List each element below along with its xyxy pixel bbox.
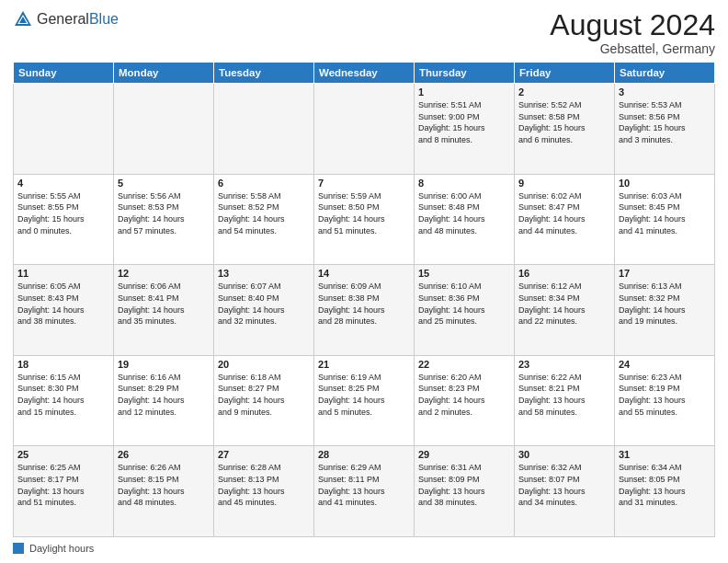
week-row-3: 11Sunrise: 6:05 AMSunset: 8:43 PMDayligh… <box>14 265 715 356</box>
day-number: 9 <box>518 178 610 189</box>
day-number: 4 <box>17 178 109 189</box>
cell-week5-day5: 30Sunrise: 6:32 AMSunset: 8:07 PMDayligh… <box>515 446 615 537</box>
cell-week3-day0: 11Sunrise: 6:05 AMSunset: 8:43 PMDayligh… <box>14 265 114 356</box>
cell-week2-day4: 8Sunrise: 6:00 AMSunset: 8:48 PMDaylight… <box>415 174 515 265</box>
cell-week5-day3: 28Sunrise: 6:29 AMSunset: 8:11 PMDayligh… <box>314 446 415 537</box>
calendar-header-row: SundayMondayTuesdayWednesdayThursdayFrid… <box>14 63 715 84</box>
day-number: 25 <box>17 449 109 460</box>
cell-week4-day4: 22Sunrise: 6:20 AMSunset: 8:23 PMDayligh… <box>415 355 515 446</box>
day-info: Sunrise: 6:18 AMSunset: 8:27 PMDaylight:… <box>218 372 310 418</box>
day-number: 10 <box>619 178 711 189</box>
header-day-sunday: Sunday <box>14 63 114 84</box>
day-info: Sunrise: 6:23 AMSunset: 8:19 PMDaylight:… <box>619 372 711 418</box>
cell-week2-day1: 5Sunrise: 5:56 AMSunset: 8:53 PMDaylight… <box>114 174 214 265</box>
day-number: 3 <box>619 86 711 98</box>
day-number: 7 <box>318 178 410 189</box>
header: GeneralBlue August 2024 Gebsattel, Germa… <box>13 9 715 56</box>
day-number: 11 <box>17 268 109 279</box>
cell-week5-day2: 27Sunrise: 6:28 AMSunset: 8:13 PMDayligh… <box>214 446 314 537</box>
day-info: Sunrise: 5:51 AMSunset: 9:00 PMDaylight:… <box>418 99 510 145</box>
day-number: 28 <box>318 449 410 460</box>
day-info: Sunrise: 6:20 AMSunset: 8:23 PMDaylight:… <box>418 372 510 418</box>
cell-week4-day2: 20Sunrise: 6:18 AMSunset: 8:27 PMDayligh… <box>214 355 314 446</box>
day-number: 24 <box>619 359 711 370</box>
logo-text: GeneralBlue <box>37 11 119 28</box>
day-info: Sunrise: 6:29 AMSunset: 8:11 PMDaylight:… <box>318 462 410 508</box>
day-number: 20 <box>218 359 310 370</box>
cell-week5-day0: 25Sunrise: 6:25 AMSunset: 8:17 PMDayligh… <box>14 446 114 537</box>
cell-week1-day0 <box>14 84 114 175</box>
day-number: 22 <box>418 359 510 370</box>
day-info: Sunrise: 5:55 AMSunset: 8:55 PMDaylight:… <box>17 190 109 236</box>
cell-week4-day5: 23Sunrise: 6:22 AMSunset: 8:21 PMDayligh… <box>515 355 615 446</box>
cell-week2-day0: 4Sunrise: 5:55 AMSunset: 8:55 PMDaylight… <box>14 174 114 265</box>
day-number: 18 <box>17 359 109 370</box>
cell-week3-day6: 17Sunrise: 6:13 AMSunset: 8:32 PMDayligh… <box>615 265 715 356</box>
day-number: 15 <box>418 268 510 279</box>
month-year: August 2024 <box>550 9 715 41</box>
day-number: 27 <box>218 449 310 460</box>
header-day-thursday: Thursday <box>415 63 515 84</box>
week-row-1: 1Sunrise: 5:51 AMSunset: 9:00 PMDaylight… <box>14 84 715 175</box>
day-number: 31 <box>619 449 711 460</box>
day-info: Sunrise: 6:07 AMSunset: 8:40 PMDaylight:… <box>218 281 310 327</box>
logo-blue: Blue <box>89 11 119 27</box>
cell-week4-day1: 19Sunrise: 6:16 AMSunset: 8:29 PMDayligh… <box>114 355 214 446</box>
day-info: Sunrise: 5:56 AMSunset: 8:53 PMDaylight:… <box>118 190 210 236</box>
cell-week1-day3 <box>314 84 415 175</box>
day-info: Sunrise: 6:26 AMSunset: 8:15 PMDaylight:… <box>118 462 210 508</box>
header-day-friday: Friday <box>515 63 615 84</box>
day-number: 26 <box>118 449 210 460</box>
day-info: Sunrise: 6:22 AMSunset: 8:21 PMDaylight:… <box>518 372 610 418</box>
day-info: Sunrise: 6:10 AMSunset: 8:36 PMDaylight:… <box>418 281 510 327</box>
cell-week1-day2 <box>214 84 314 175</box>
header-day-wednesday: Wednesday <box>314 63 415 84</box>
cell-week1-day5: 2Sunrise: 5:52 AMSunset: 8:58 PMDaylight… <box>515 84 615 175</box>
page: GeneralBlue August 2024 Gebsattel, Germa… <box>0 0 728 563</box>
day-number: 23 <box>518 359 610 370</box>
week-row-5: 25Sunrise: 6:25 AMSunset: 8:17 PMDayligh… <box>14 446 715 537</box>
day-number: 2 <box>518 86 610 98</box>
cell-week1-day4: 1Sunrise: 5:51 AMSunset: 9:00 PMDaylight… <box>415 84 515 175</box>
day-info: Sunrise: 6:12 AMSunset: 8:34 PMDaylight:… <box>518 281 610 327</box>
day-info: Sunrise: 5:53 AMSunset: 8:56 PMDaylight:… <box>619 99 711 145</box>
day-info: Sunrise: 6:31 AMSunset: 8:09 PMDaylight:… <box>418 462 510 508</box>
day-number: 19 <box>118 359 210 370</box>
day-number: 29 <box>418 449 510 460</box>
day-number: 6 <box>218 178 310 189</box>
logo-icon <box>13 9 33 29</box>
cell-week3-day2: 13Sunrise: 6:07 AMSunset: 8:40 PMDayligh… <box>214 265 314 356</box>
footer-dot <box>13 543 24 554</box>
day-number: 12 <box>118 268 210 279</box>
cell-week1-day1 <box>114 84 214 175</box>
cell-week2-day5: 9Sunrise: 6:02 AMSunset: 8:47 PMDaylight… <box>515 174 615 265</box>
day-info: Sunrise: 6:09 AMSunset: 8:38 PMDaylight:… <box>318 281 410 327</box>
day-info: Sunrise: 6:34 AMSunset: 8:05 PMDaylight:… <box>619 462 711 508</box>
day-info: Sunrise: 6:06 AMSunset: 8:41 PMDaylight:… <box>118 281 210 327</box>
cell-week4-day0: 18Sunrise: 6:15 AMSunset: 8:30 PMDayligh… <box>14 355 114 446</box>
day-info: Sunrise: 6:15 AMSunset: 8:30 PMDaylight:… <box>17 372 109 418</box>
cell-week5-day1: 26Sunrise: 6:26 AMSunset: 8:15 PMDayligh… <box>114 446 214 537</box>
logo-general: General <box>37 11 89 27</box>
logo: GeneralBlue <box>13 9 119 29</box>
day-info: Sunrise: 6:19 AMSunset: 8:25 PMDaylight:… <box>318 372 410 418</box>
day-info: Sunrise: 6:25 AMSunset: 8:17 PMDaylight:… <box>17 462 109 508</box>
footer: Daylight hours <box>13 543 715 554</box>
day-info: Sunrise: 6:28 AMSunset: 8:13 PMDaylight:… <box>218 462 310 508</box>
cell-week1-day6: 3Sunrise: 5:53 AMSunset: 8:56 PMDaylight… <box>615 84 715 175</box>
day-info: Sunrise: 6:03 AMSunset: 8:45 PMDaylight:… <box>619 190 711 236</box>
day-number: 1 <box>418 86 510 98</box>
day-info: Sunrise: 6:13 AMSunset: 8:32 PMDaylight:… <box>619 281 711 327</box>
day-info: Sunrise: 6:05 AMSunset: 8:43 PMDaylight:… <box>17 281 109 327</box>
week-row-2: 4Sunrise: 5:55 AMSunset: 8:55 PMDaylight… <box>14 174 715 265</box>
cell-week4-day3: 21Sunrise: 6:19 AMSunset: 8:25 PMDayligh… <box>314 355 415 446</box>
cell-week3-day4: 15Sunrise: 6:10 AMSunset: 8:36 PMDayligh… <box>415 265 515 356</box>
calendar-table: SundayMondayTuesdayWednesdayThursdayFrid… <box>13 62 715 537</box>
day-info: Sunrise: 6:16 AMSunset: 8:29 PMDaylight:… <box>118 372 210 418</box>
cell-week3-day5: 16Sunrise: 6:12 AMSunset: 8:34 PMDayligh… <box>515 265 615 356</box>
day-info: Sunrise: 6:02 AMSunset: 8:47 PMDaylight:… <box>518 190 610 236</box>
day-number: 5 <box>118 178 210 189</box>
day-number: 17 <box>619 268 711 279</box>
cell-week5-day4: 29Sunrise: 6:31 AMSunset: 8:09 PMDayligh… <box>415 446 515 537</box>
title-block: August 2024 Gebsattel, Germany <box>550 9 715 56</box>
